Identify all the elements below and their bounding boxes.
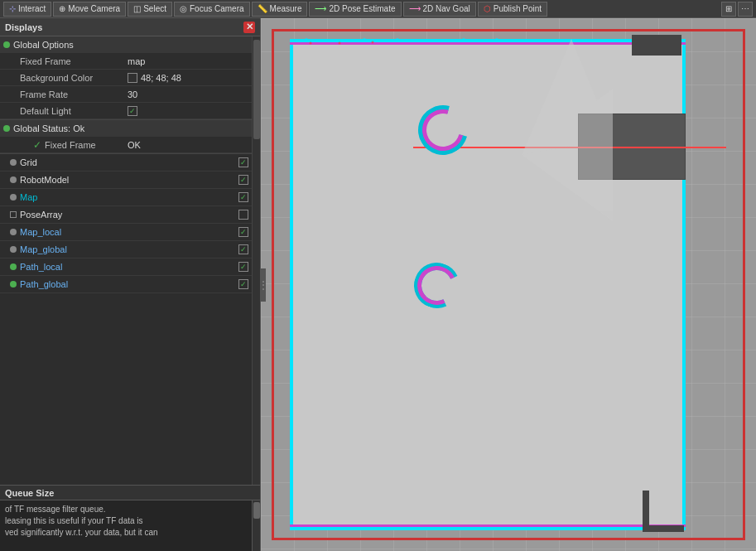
display-item-map-header[interactable]: Map <box>0 189 252 205</box>
left-panel: Displays ✕ Global Options Fixed Frame ma… <box>0 18 261 551</box>
posearray-dot <box>10 211 17 218</box>
map-global-checkbox[interactable] <box>238 244 248 254</box>
fixed-frame-value[interactable]: map <box>128 56 145 66</box>
main-content: Displays ✕ Global Options Fixed Frame ma… <box>0 18 756 551</box>
grid-label: Grid <box>20 157 235 167</box>
displays-close-button[interactable]: ✕ <box>243 22 255 33</box>
map-local-checkbox[interactable] <box>238 227 248 237</box>
posearray-label: PoseArray <box>20 210 235 220</box>
map-local-dot <box>10 229 17 235</box>
display-item-map: Map <box>0 189 252 206</box>
path-local-dot <box>10 263 17 270</box>
frame-rate-value[interactable]: 30 <box>128 89 137 99</box>
more-button[interactable]: ⋯ <box>738 2 753 17</box>
select-icon: ◫ <box>133 4 141 13</box>
map-background: ⋮ <box>261 18 756 551</box>
background-color-row: Background Color 48; 48; 48 <box>0 70 252 86</box>
measure-button[interactable]: 📏 Measure <box>252 2 308 17</box>
log-line-3: ved significantly w.r.t. your data, but … <box>5 527 255 539</box>
nav-goal-icon: ⟶ <box>409 4 421 13</box>
global-status-header[interactable]: Global Status: Ok <box>0 120 252 137</box>
select-button[interactable]: ◫ Select <box>128 2 172 17</box>
publish-point-button[interactable]: ⬡ Publish Point <box>478 2 547 17</box>
log-line-1: of TF message filter queue. <box>5 504 255 515</box>
background-color-value[interactable]: 48; 48; 48 <box>128 73 181 83</box>
display-item-map-local: Map_local <box>0 224 252 241</box>
display-item-path-global-header[interactable]: Path_global <box>0 276 252 292</box>
map-local-label: Map_local <box>20 227 235 237</box>
background-color-name: Background Color <box>20 73 128 83</box>
focus-camera-icon: ◎ <box>180 4 187 13</box>
status-fixed-frame-row: ✓ Fixed Frame OK <box>0 137 252 153</box>
close-icon: ✕ <box>246 22 253 32</box>
robotmodel-dot <box>10 176 17 183</box>
status-check-icon: ✓ <box>33 139 41 151</box>
display-item-robotmodel: RobotModel <box>0 172 252 189</box>
log-scrollbar-thumb <box>253 502 260 519</box>
log-content: of TF message filter queue. leasing this… <box>0 500 260 542</box>
fixed-frame-name: Fixed Frame <box>20 56 128 66</box>
default-light-name: Default Light <box>20 106 128 116</box>
resize-icon: ⋮ <box>261 278 269 292</box>
display-item-map-global-header[interactable]: Map_global <box>0 241 252 258</box>
focus-camera-button[interactable]: ◎ Focus Camera <box>174 2 250 17</box>
displays-header: Displays ✕ <box>0 18 260 36</box>
display-item-map-local-header[interactable]: Map_local <box>0 224 252 240</box>
default-light-checkbox[interactable] <box>128 106 137 116</box>
map-checkbox[interactable] <box>238 192 248 202</box>
grid-checkbox[interactable] <box>238 157 248 167</box>
robotmodel-label: RobotModel <box>20 175 235 185</box>
pose-estimate-icon: ⟶ <box>315 4 326 13</box>
color-swatch <box>128 73 137 83</box>
posearray-checkbox[interactable] <box>238 210 248 220</box>
display-item-grid: Grid <box>0 154 252 172</box>
move-camera-icon: ⊕ <box>59 4 65 13</box>
path-local-label: Path_local <box>20 262 235 272</box>
display-item-posearray-header[interactable]: PoseArray <box>0 206 252 223</box>
map-dot <box>10 194 17 201</box>
display-item-path-local: Path_local <box>0 259 252 276</box>
display-item-map-global: Map_global <box>0 241 252 259</box>
viewport[interactable]: ⋮ <box>261 18 756 551</box>
global-options-section: Global Options Fixed Frame map Backgroun… <box>0 36 252 120</box>
log-scrollbar[interactable] <box>252 500 260 551</box>
grid-dot <box>10 159 17 166</box>
frame-rate-row: Frame Rate 30 <box>0 86 252 103</box>
move-camera-button[interactable]: ⊕ Move Camera <box>53 2 126 17</box>
map-global-dot <box>10 246 17 253</box>
map-global-label: Map_global <box>20 244 235 254</box>
global-options-header[interactable]: Global Options <box>0 36 252 53</box>
status-fixed-frame-value: OK <box>128 140 141 150</box>
pose-estimate-button[interactable]: ⟶ 2D Pose Estimate <box>309 2 401 17</box>
global-status-dot <box>3 125 10 132</box>
displays-title: Displays <box>5 22 42 32</box>
log-title: Queue Size <box>5 488 54 498</box>
interact-button[interactable]: ⊹ Interact <box>3 2 51 17</box>
default-light-row: Default Light <box>0 103 252 119</box>
frame-rate-name: Frame Rate <box>20 89 128 99</box>
grid-overlay <box>261 18 756 551</box>
tree-wrapper: Global Options Fixed Frame map Backgroun… <box>0 36 260 485</box>
toolbar: ⊹ Interact ⊕ Move Camera ◫ Select ◎ Focu… <box>0 0 756 18</box>
displays-tree: Global Options Fixed Frame map Backgroun… <box>0 36 252 485</box>
layout-button[interactable]: ⊞ <box>721 2 736 17</box>
log-panel: Queue Size of TF message filter queue. l… <box>0 485 260 551</box>
path-local-checkbox[interactable] <box>238 262 248 272</box>
resize-handle[interactable]: ⋮ <box>261 268 266 302</box>
display-item-path-global: Path_global <box>0 276 252 293</box>
global-status-label: Global Status: Ok <box>13 123 84 133</box>
global-options-label: Global Options <box>13 40 74 50</box>
left-scrollbar[interactable] <box>252 36 260 485</box>
nav-goal-button[interactable]: ⟶ 2D Nav Goal <box>403 2 476 17</box>
robotmodel-checkbox[interactable] <box>238 175 248 185</box>
display-item-path-local-header[interactable]: Path_local <box>0 259 252 275</box>
map-label: Map <box>20 192 235 202</box>
display-items-list: Grid RobotModel <box>0 154 252 293</box>
display-item-robotmodel-header[interactable]: RobotModel <box>0 172 252 188</box>
display-item-grid-header[interactable]: Grid <box>0 154 252 171</box>
path-global-dot <box>10 281 17 288</box>
log-line-2: leasing this is useful if your TF data i… <box>5 515 255 527</box>
path-global-label: Path_global <box>20 279 235 289</box>
interact-icon: ⊹ <box>9 4 16 13</box>
path-global-checkbox[interactable] <box>238 279 248 289</box>
